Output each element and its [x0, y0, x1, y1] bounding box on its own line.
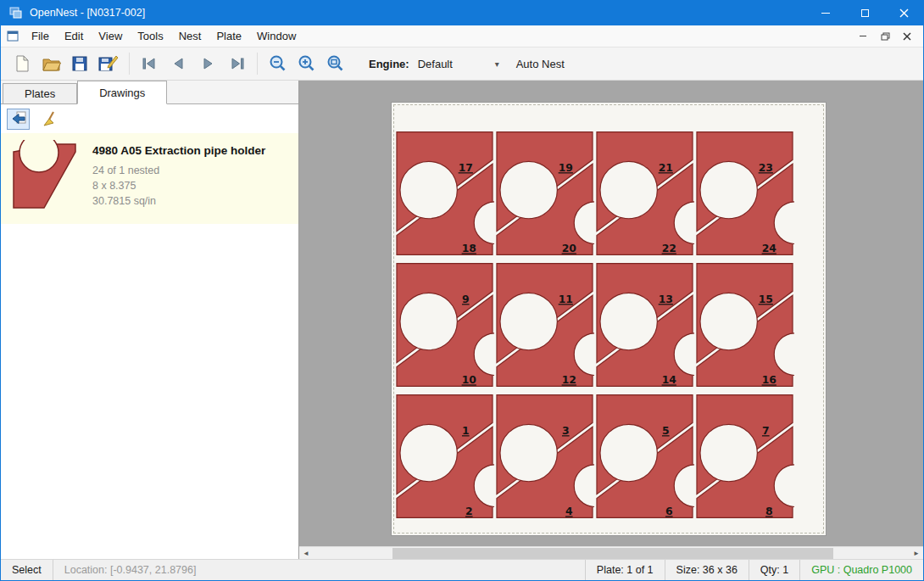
part-number-top: 21: [659, 161, 673, 174]
status-size: Size: 36 x 36: [665, 560, 749, 580]
part-number-top: 15: [759, 293, 773, 305]
zoom-out-icon: [268, 54, 288, 73]
nest-cell[interactable]: 34: [495, 392, 594, 521]
tab-plates[interactable]: Plates: [3, 83, 77, 103]
bore-circle: [500, 424, 557, 481]
minimize-button[interactable]: [806, 0, 845, 25]
zoom-in-button[interactable]: [292, 50, 321, 77]
window-title: OpenNest - [N0317-002]: [30, 7, 145, 19]
zoom-out-button[interactable]: [264, 50, 292, 77]
horizontal-scrollbar[interactable]: ◄ ►: [299, 546, 923, 559]
auto-nest-button[interactable]: Auto Nest: [516, 58, 565, 70]
menu-window[interactable]: Window: [249, 25, 303, 47]
import-arrow-icon: [10, 110, 27, 127]
part-number-bottom: 12: [562, 373, 576, 386]
sidebar: Plates Drawings 4980: [1, 81, 299, 559]
status-qty: Qty: 1: [749, 560, 799, 580]
clean-button[interactable]: [38, 109, 61, 130]
menu-edit[interactable]: Edit: [57, 25, 91, 47]
nest-cell[interactable]: 12: [395, 392, 494, 521]
mdi-minimize-icon: [860, 36, 866, 36]
status-plate: Plate: 1 of 1: [585, 560, 665, 580]
nest-cell[interactable]: 1112: [495, 260, 594, 389]
status-location: Location: [-0.9437, 21.8796]: [53, 560, 585, 580]
bore-circle: [700, 161, 757, 218]
plate-sheet[interactable]: 171819202122232491011121314151612345678: [391, 102, 827, 536]
nest-cell[interactable]: 2324: [695, 129, 794, 258]
nest-cell[interactable]: 1314: [595, 260, 694, 389]
previous-plate-button[interactable]: [164, 50, 193, 77]
part-number-bottom: 6: [665, 505, 673, 517]
main-toolbar: Engine: Default ▾ Auto Nest: [1, 47, 923, 81]
bore-circle: [500, 161, 557, 218]
nest-cell[interactable]: 1516: [695, 260, 794, 389]
drawing-area: 30.7815 sq/in: [92, 193, 265, 209]
menu-plate[interactable]: Plate: [209, 25, 249, 47]
new-button[interactable]: [8, 50, 36, 77]
drawing-list-item[interactable]: 4980 A05 Extraction pipe holder 24 of 1 …: [1, 133, 298, 224]
part-number-top: 13: [659, 293, 673, 305]
menu-file[interactable]: File: [24, 25, 57, 47]
menu-tools[interactable]: Tools: [130, 25, 170, 47]
part-number-bottom: 16: [762, 373, 776, 386]
reload-part-button[interactable]: [7, 109, 30, 130]
engine-label: Engine:: [369, 58, 409, 70]
open-folder-icon: [42, 55, 61, 72]
bore-circle: [600, 161, 657, 218]
menu-nest[interactable]: Nest: [171, 25, 209, 47]
document-icon: [7, 31, 19, 42]
mdi-close-button[interactable]: [898, 29, 916, 44]
last-plate-button[interactable]: [222, 50, 251, 77]
save-edit-icon: [98, 54, 119, 73]
part-number-top: 5: [662, 424, 670, 437]
nest-cell[interactable]: 78: [695, 392, 794, 521]
tab-drawings[interactable]: Drawings: [77, 81, 167, 104]
tab-strip: Plates Drawings: [1, 81, 298, 104]
part-number-top: 11: [559, 293, 573, 305]
menu-bar: File Edit View Tools Nest Plate Window: [1, 25, 923, 47]
bore-circle: [600, 293, 657, 349]
bore-circle: [700, 424, 757, 481]
save-button[interactable]: [65, 50, 94, 77]
zoom-fit-button[interactable]: [321, 50, 350, 77]
mdi-restore-icon: [881, 32, 890, 41]
nest-cell[interactable]: 2122: [595, 129, 694, 258]
first-plate-button[interactable]: [136, 50, 164, 77]
nest-cell[interactable]: 1920: [495, 129, 594, 258]
part-number-top: 23: [759, 161, 773, 174]
menu-view[interactable]: View: [91, 25, 130, 47]
close-button[interactable]: [884, 0, 923, 25]
plate-cells: 171819202122232491011121314151612345678: [395, 129, 794, 521]
part-number-top: 9: [462, 293, 470, 305]
status-gpu: GPU : Quadro P1000: [799, 560, 923, 580]
open-button[interactable]: [36, 50, 65, 77]
bore-circle: [400, 293, 457, 349]
bore-circle: [400, 424, 457, 481]
engine-dropdown[interactable]: Default ▾: [415, 55, 503, 73]
part-number-top: 1: [462, 424, 470, 437]
toolbar-separator: [129, 53, 130, 75]
scrollbar-thumb[interactable]: [392, 548, 833, 559]
scroll-right-icon[interactable]: ►: [910, 547, 923, 559]
nest-cell[interactable]: 56: [595, 392, 694, 521]
part-number-bottom: 10: [462, 373, 477, 386]
nav-next-icon: [198, 55, 218, 72]
part-number-bottom: 8: [765, 505, 773, 517]
nest-canvas[interactable]: 171819202122232491011121314151612345678 …: [299, 81, 923, 559]
nest-cell[interactable]: 910: [395, 260, 494, 389]
next-plate-button[interactable]: [193, 50, 222, 77]
new-file-icon: [13, 54, 31, 73]
drawing-title: 4980 A05 Extraction pipe holder: [92, 144, 265, 157]
part-number-bottom: 18: [462, 242, 476, 254]
scroll-left-icon[interactable]: ◄: [299, 547, 313, 559]
maximize-button[interactable]: [845, 0, 884, 25]
mdi-restore-button[interactable]: [876, 29, 894, 44]
nest-cell[interactable]: 1718: [395, 129, 494, 258]
zoom-in-icon: [297, 54, 317, 73]
status-bar: Select Location: [-0.9437, 21.8796] Plat…: [1, 559, 923, 580]
mdi-minimize-button[interactable]: [854, 29, 872, 44]
part-number-top: 19: [559, 161, 573, 174]
save-as-button[interactable]: [94, 50, 123, 77]
part-number-bottom: 14: [662, 373, 677, 386]
title-bar: OpenNest - [N0317-002]: [1, 0, 923, 25]
